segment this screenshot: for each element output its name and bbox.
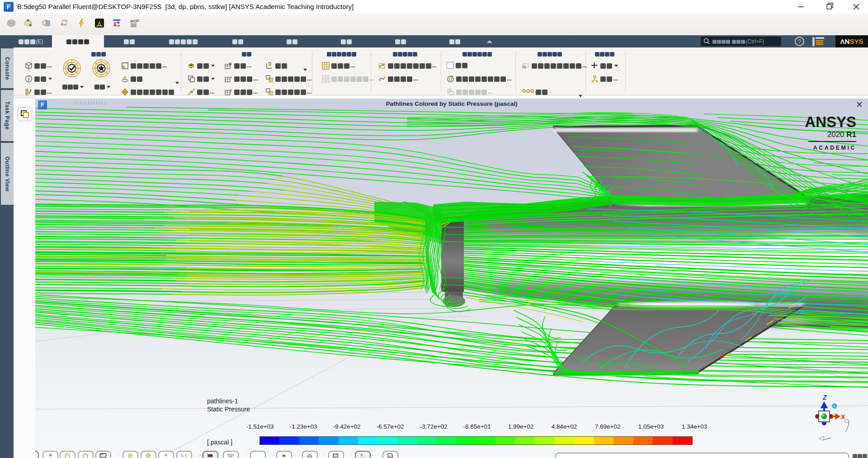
svg-text:P: P bbox=[118, 24, 120, 28]
svg-text:X: X bbox=[841, 413, 845, 420]
svg-text:MO: MO bbox=[130, 19, 137, 24]
svg-text:Z: Z bbox=[822, 394, 827, 401]
